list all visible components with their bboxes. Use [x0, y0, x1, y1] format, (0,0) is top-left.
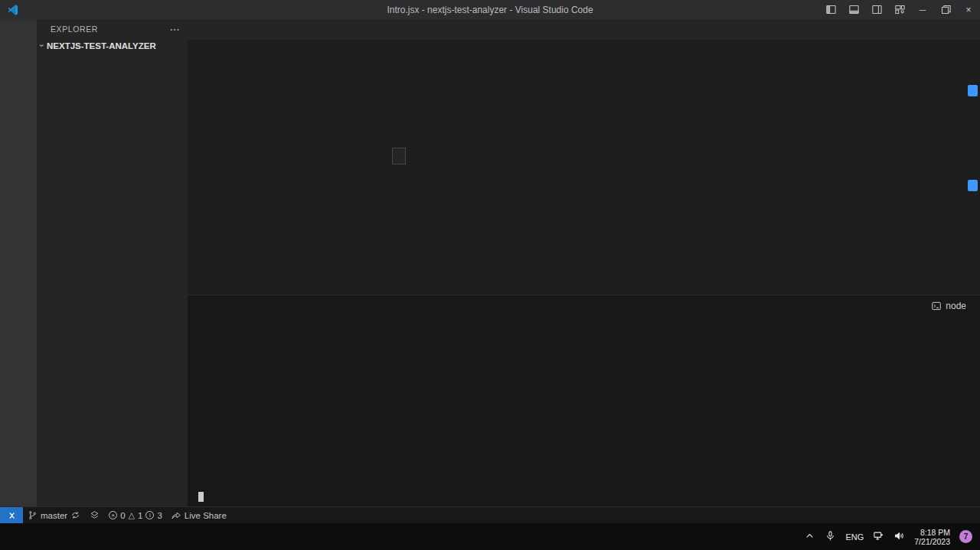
vscode-logo-icon: [7, 4, 19, 16]
live-share-status[interactable]: Live Share: [167, 507, 231, 523]
layout-sidebar-icon[interactable]: [819, 0, 842, 19]
git-branch-status[interactable]: master: [23, 507, 85, 523]
explorer-title: EXPLORER: [51, 24, 98, 34]
activity-bar: [0, 19, 37, 506]
windows-taskbar: ENG 8:18 PM 7/21/2023 7: [0, 523, 980, 550]
editor-area: node: [188, 19, 980, 506]
remote-indicator[interactable]: [0, 507, 23, 523]
speaker-icon[interactable]: [893, 530, 905, 543]
remote-icon: [6, 510, 17, 521]
vscode-window: Intro.jsx - nextjs-test-analyzer - Visua…: [0, 0, 980, 550]
overview-ruler-marker: [968, 85, 978, 96]
customize-layout-icon[interactable]: [888, 0, 911, 19]
explorer-sidebar: EXPLORER ⋯ › NEXTJS-TEST-ANALYZER: [37, 19, 188, 506]
window-controls: ─ ×: [819, 0, 980, 19]
layout-panel-icon[interactable]: [842, 0, 865, 19]
tray-time: 8:18 PM: [914, 528, 950, 537]
terminal-instance[interactable]: node: [931, 301, 966, 311]
chevron-down-icon: ›: [38, 41, 46, 50]
live-share-icon: [172, 510, 181, 520]
gitlens-status[interactable]: [85, 507, 104, 523]
warning-icon: △: [129, 510, 135, 520]
error-icon: ×: [109, 511, 117, 519]
tray-chevron-up-icon[interactable]: [804, 530, 815, 543]
minimize-icon[interactable]: ─: [911, 0, 934, 19]
overview-ruler-marker: [968, 180, 978, 191]
breadcrumb: [188, 40, 980, 53]
workbench: EXPLORER ⋯ › NEXTJS-TEST-ANALYZER: [0, 19, 980, 506]
views-more-actions-icon[interactable]: ⋯: [169, 24, 180, 35]
panel-header: node: [188, 295, 980, 317]
panel-actions: node: [931, 301, 974, 311]
title-bar: Intro.jsx - nextjs-test-analyzer - Visua…: [0, 0, 980, 19]
editor-tab-bar: [188, 19, 980, 40]
system-tray: ENG 8:18 PM 7/21/2023 7: [804, 528, 980, 546]
editor-actions: [974, 19, 980, 40]
hover-tooltip: [392, 148, 406, 164]
terminal-icon: [931, 301, 942, 311]
restore-icon[interactable]: [934, 0, 957, 19]
info-icon: i: [145, 511, 154, 519]
terminal-cursor: [198, 492, 204, 502]
close-icon[interactable]: ×: [957, 0, 980, 19]
tray-language[interactable]: ENG: [845, 532, 864, 542]
explorer-header: EXPLORER ⋯: [37, 19, 188, 39]
terminal-output[interactable]: [188, 317, 980, 506]
status-bar: master × 0 △ 1 i 3 Live Share: [0, 506, 980, 523]
tray-clock[interactable]: 8:18 PM 7/21/2023: [914, 528, 950, 546]
notification-count-badge[interactable]: 7: [959, 530, 972, 543]
branch-icon: [28, 510, 38, 520]
gitlens-icon: [90, 510, 100, 520]
microphone-icon[interactable]: [825, 530, 836, 543]
sync-icon: [70, 510, 80, 520]
tree-root-folder[interactable]: › NEXTJS-TEST-ANALYZER: [37, 39, 188, 53]
bottom-panel: node: [188, 295, 980, 506]
code-editor[interactable]: [188, 53, 980, 295]
layout-sidebar-right-icon[interactable]: [865, 0, 888, 19]
problems-status[interactable]: × 0 △ 1 i 3: [104, 507, 167, 523]
network-icon[interactable]: [873, 530, 884, 543]
tray-date: 7/21/2023: [914, 537, 950, 546]
